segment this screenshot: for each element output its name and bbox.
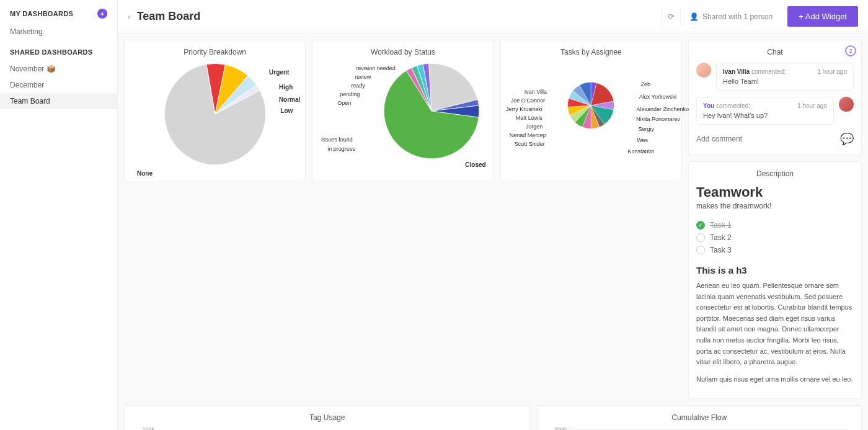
- chat-action: commented:: [716, 102, 750, 109]
- pie-label: Low: [280, 107, 293, 114]
- pie-label: ready: [351, 83, 365, 89]
- tasks-assignee-chart: [567, 81, 615, 130]
- topbar: ‹ Team Board ⟳ 👤 Shared with 1 person + …: [118, 0, 868, 34]
- pie-label: Jorgen: [526, 123, 543, 130]
- pie-label: Jerry Krusinski: [506, 106, 542, 112]
- pie-label: High: [279, 84, 293, 91]
- task-label: Task 3: [710, 246, 732, 254]
- description-title: Description: [696, 169, 854, 178]
- shared-dashboards-title: SHARED DASHBOARDS: [10, 48, 92, 56]
- pie-label: Zeb: [640, 81, 650, 87]
- pie-label: revision needed: [356, 65, 396, 71]
- dashboard-content: Priority Breakdown Urgent High Normal Lo…: [118, 34, 868, 430]
- workload-status-chart: [382, 61, 481, 161]
- chat-badge[interactable]: 2: [845, 45, 856, 56]
- svg-text:100k: 100k: [142, 427, 154, 430]
- chat-input[interactable]: [696, 131, 835, 147]
- tasks-assignee-title: Tasks by Assignee: [508, 48, 674, 56]
- task-row[interactable]: Task 2: [696, 231, 854, 244]
- task-row[interactable]: ✓Task 1: [696, 219, 854, 231]
- chat-input-row: 💬: [696, 131, 854, 147]
- chat-message: Ivan Villa commented: 1 hour ago Hello T…: [696, 63, 854, 91]
- cumulative-flow-title: Cumulative Flow: [545, 413, 854, 422]
- avatar: [696, 63, 711, 78]
- chat-body: Hey Ivan! What's up?: [703, 112, 827, 119]
- description-h3: This is a h3: [696, 265, 854, 275]
- my-dashboards-header: MY DASHBOARDS +: [0, 9, 117, 24]
- cumulative-flow-card: Cumulative Flow 500100015002000Tasks22.D…: [537, 405, 862, 430]
- pie-label: in progress: [327, 146, 355, 152]
- pie-label: Nenad Mercep: [510, 132, 546, 138]
- description-p: Nullam quis risus eget urna mollis ornar…: [696, 374, 854, 385]
- tasks-assignee-card: Tasks by Assignee Zeb Alex Yurkowski Ale…: [500, 40, 682, 182]
- pie-label: Nikita Ponomarev: [636, 116, 680, 122]
- task-label: Task 1: [710, 221, 732, 230]
- tag-usage-title: Tag Usage: [132, 413, 523, 422]
- chat-author: You: [703, 102, 714, 109]
- workload-status-title: Workload by Status: [320, 48, 485, 56]
- sidebar-item-team-board[interactable]: Team Board: [0, 93, 117, 109]
- chat-title: Chat 2: [696, 48, 854, 56]
- checkbox-icon[interactable]: [696, 233, 705, 242]
- back-icon[interactable]: ‹: [128, 12, 131, 22]
- pie-label: review: [355, 74, 371, 80]
- pie-label: Urgent: [269, 69, 289, 76]
- sidebar: MY DASHBOARDS + Marketing SHARED DASHBOA…: [0, 0, 118, 430]
- chat-message: You commented: 1 hour ago Hey Ivan! What…: [696, 97, 854, 125]
- pie-label: None: [137, 170, 153, 177]
- task-row[interactable]: Task 3: [696, 244, 854, 256]
- pie-label: Joe O'Connor: [511, 97, 545, 104]
- tag-usage-chart: 1101001k10k100kTasks1.0anytestbug bounty…: [132, 427, 523, 430]
- chat-title-label: Chat: [767, 48, 782, 56]
- shared-dashboards-header: SHARED DASHBOARDS: [0, 48, 117, 61]
- pie-label: Ivan Villa: [525, 89, 547, 95]
- pie-label: Matt Lewis: [516, 115, 542, 121]
- shared-with-button[interactable]: 👤 Shared with 1 person: [680, 7, 781, 26]
- checkbox-icon[interactable]: [696, 246, 705, 254]
- priority-breakdown-chart: [162, 61, 268, 167]
- cumulative-flow-chart: 500100015002000Tasks22.Dec24.Dec26.Dec28…: [545, 427, 854, 430]
- sidebar-item-november[interactable]: November 📦: [0, 61, 117, 77]
- priority-breakdown-card: Priority Breakdown Urgent High Normal Lo…: [124, 40, 306, 182]
- pie-label: Alex Yurkowski: [639, 94, 676, 100]
- refresh-icon[interactable]: ⟳: [662, 7, 680, 26]
- pie-label: Sergiy: [638, 126, 654, 132]
- sidebar-item-december[interactable]: December: [0, 77, 117, 93]
- chat-card: Chat 2 Ivan Villa commented: 1 hour ago …: [688, 40, 862, 155]
- description-h1: Teamwork: [696, 184, 854, 200]
- pie-label: issues found: [321, 137, 353, 143]
- description-sub: makes the dreamwork!: [696, 202, 854, 210]
- checkbox-icon[interactable]: ✓: [696, 221, 705, 230]
- add-widget-button[interactable]: + Add Widget: [787, 6, 858, 27]
- person-icon: 👤: [689, 12, 699, 21]
- description-card: Description Teamwork makes the dreamwork…: [688, 161, 862, 399]
- workload-status-card: Workload by Status revision needed revie…: [312, 40, 494, 182]
- task-label: Task 2: [710, 233, 732, 242]
- chat-body: Hello Team!: [723, 78, 847, 85]
- chat-action: commented:: [751, 68, 786, 75]
- pie-label: Scott Snider: [515, 141, 545, 147]
- pie-label: Closed: [465, 161, 485, 168]
- pie-label: Alexander Zinchenko: [636, 106, 689, 112]
- pie-label: pending: [340, 91, 360, 97]
- add-dashboard-icon[interactable]: +: [97, 9, 107, 19]
- tag-usage-card: Tag Usage 1101001k10k100kTasks1.0anytest…: [124, 405, 531, 430]
- my-dashboards-title: MY DASHBOARDS: [10, 10, 73, 17]
- pie-label: Open: [337, 100, 351, 106]
- page-title: Team Board: [137, 10, 662, 23]
- send-icon[interactable]: 💬: [840, 132, 854, 146]
- pie-label: Konstantin: [627, 148, 654, 155]
- avatar: [839, 97, 854, 112]
- shared-with-label: Shared with 1 person: [702, 12, 773, 21]
- priority-breakdown-title: Priority Breakdown: [132, 48, 298, 56]
- description-p: Aenean eu leo quam. Pellentesque ornare …: [696, 280, 854, 368]
- chat-author: Ivan Villa: [723, 68, 750, 75]
- pie-label: Wes: [637, 137, 648, 143]
- svg-text:2000: 2000: [554, 427, 567, 430]
- chat-time: 1 hour ago: [797, 102, 827, 109]
- pie-label: Normal: [279, 96, 300, 103]
- chat-time: 1 hour ago: [817, 68, 847, 75]
- main: ‹ Team Board ⟳ 👤 Shared with 1 person + …: [118, 0, 868, 430]
- sidebar-item-marketing[interactable]: Marketing: [0, 24, 117, 40]
